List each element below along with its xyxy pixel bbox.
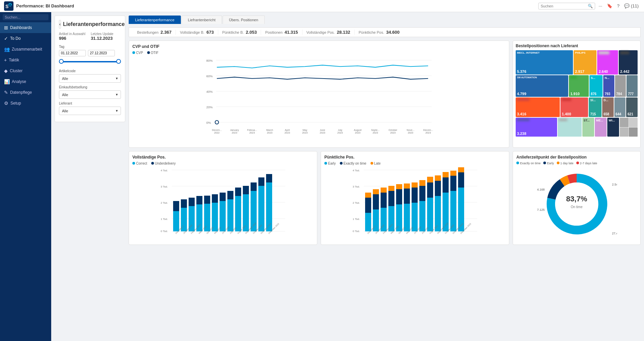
treemap-cell-1[interactable]: MECL. INTERNET 5.376	[516, 50, 573, 75]
svg-rect-122	[419, 186, 425, 201]
tag-label: Tag	[59, 45, 121, 49]
svg-text:80%: 80%	[206, 59, 213, 62]
sidebar-search-container	[0, 12, 51, 22]
sidebar-item-taktik[interactable]: + Taktik	[0, 55, 51, 65]
letztes-stat: Letztes Update 31.12.2023	[91, 32, 113, 41]
sidebar-item-cluster[interactable]: ◆ Cluster	[0, 65, 51, 76]
treemap-cell-20[interactable]: ME...	[595, 118, 607, 137]
bottom-charts-row: Vollständige Pos. Correct Underdelivery …	[129, 151, 641, 245]
sidebar-item-analyse[interactable]: 📊 Analyse	[0, 76, 51, 87]
treemap-cell-8[interactable]: N... 793	[603, 75, 614, 97]
date-slider[interactable]	[59, 58, 121, 65]
treemap: MECL. INTERNET 5.376 PHILIPS 2.917 XXXXX…	[516, 50, 638, 145]
slider-thumb-right[interactable]	[116, 59, 121, 64]
help-icon[interactable]: ?	[616, 3, 621, 9]
anlieferzeit-title: Anlieferzeitpunkt der Bestellposition	[516, 155, 637, 160]
line-chart-svg: 80% 60% 40% 20% 0%	[132, 57, 506, 134]
treemap-cell-16[interactable]: 621	[626, 97, 638, 117]
treemap-cell-6[interactable]: XXXX 1.910	[569, 75, 589, 97]
chart-icon: 📊	[4, 79, 10, 84]
main-charts: Lieferantenperformance Liefrantenbericht…	[129, 16, 641, 338]
svg-rect-132	[443, 172, 449, 177]
sidebar-search-input[interactable]	[3, 14, 49, 20]
treemap-row-4: XXXXXXXX 3.238 XXXXX ST...	[516, 118, 638, 137]
team-icon: 👥	[4, 47, 10, 52]
svg-rect-74	[258, 177, 264, 186]
sidebar-item-datenpflege[interactable]: ✎ Datenpflege	[0, 87, 51, 98]
artikelcode-value: Alle	[62, 77, 68, 81]
stat-value-bestellungen: 2.367	[161, 30, 172, 35]
treemap-row-2: SM AUTOMATION 4.799 XXXX 1.910 S... 876	[516, 75, 638, 97]
svg-text:20%: 20%	[206, 105, 213, 109]
page-title: Performance: BI Dashboard	[16, 3, 536, 8]
chevron-down-icon2: ▾	[116, 92, 118, 97]
top-search-input[interactable]	[541, 4, 588, 8]
diamond-icon: ◆	[4, 68, 8, 74]
stat-vollstandige-b: Vollständige B. 673	[176, 30, 218, 35]
stat-label-vollstandige-b: Vollständige B.	[180, 30, 204, 34]
lieferant-dropdown[interactable]: Alle ▾	[59, 107, 121, 115]
sidebar-item-dashboards[interactable]: ⊞ Dashboards	[0, 22, 51, 33]
pünktliche-chart: 4 Tsd. 3 Tsd. 2 Tsd. 1 Tsd. 0 Tsd.	[324, 167, 506, 235]
top-search[interactable]: 🔍	[538, 3, 595, 9]
slider-thumb-left[interactable]	[59, 59, 64, 64]
stat-value-vollstandige-b: 673	[206, 30, 214, 35]
treemap-cell-4[interactable]: XXXXX 2.442	[619, 50, 638, 75]
treemap-cell-3[interactable]: XXXXXX 2.640	[597, 50, 618, 75]
svg-text:2022: 2022	[214, 131, 220, 134]
einkauf-dropdown[interactable]: Alle ▾	[59, 90, 121, 99]
more-btn[interactable]: ···	[597, 3, 604, 9]
tab-lieferantenperformance[interactable]: Lieferantenperformance	[129, 16, 181, 24]
vollstandige-pos-panel: Vollständige Pos. Correct Underdelivery …	[129, 151, 317, 245]
treemap-cell-11[interactable]: XXXXXXXX 3.416	[516, 97, 560, 117]
sidebar-item-setup[interactable]: ⚙ Setup	[0, 98, 51, 109]
sidebar-item-zusammenarbeit[interactable]: 👥 Zusammenarbeit	[0, 44, 51, 55]
date-to-input[interactable]	[88, 50, 115, 56]
stat-label-positionen: Positionen	[265, 30, 282, 34]
treemap-cell-9[interactable]: 784	[615, 75, 626, 97]
stats-row: Bestellungen 2.367 Vollständige B. 673 P…	[129, 27, 641, 37]
artikelcode-dropdown[interactable]: Alle ▾	[59, 74, 121, 83]
treemap-cell-17[interactable]: XXXXXXXX 3.238	[516, 118, 557, 137]
back-button[interactable]: ‹	[59, 20, 61, 29]
svg-text:4.168: 4.168	[537, 188, 545, 191]
tab-positionen[interactable]: Übers. Positionen	[223, 16, 265, 24]
sidebar-label-cluster: Cluster	[10, 68, 23, 73]
dashboard-title: Lieferantenperformance	[63, 21, 125, 27]
content-body: ‹ Lieferantenperformance Artikel in Ausw…	[51, 12, 644, 341]
stat-value-vollstandige-pos: 28.132	[337, 30, 350, 35]
treemap-cell-10[interactable]: 777	[626, 75, 638, 97]
treemap-cell-19[interactable]: ST...	[582, 118, 594, 137]
svg-text:2023: 2023	[390, 131, 395, 134]
svg-rect-100	[365, 213, 371, 231]
chevron-down-icon3: ▾	[116, 109, 118, 113]
treemap-cell-13[interactable]: Sl... 715	[589, 97, 601, 117]
treemap-cell-12[interactable]: XXXXXX 1.400	[560, 97, 588, 117]
treemap-cell-7[interactable]: S... 876	[589, 75, 603, 97]
svg-rect-68	[235, 188, 241, 196]
stat-label-vollstandige-pos: Vollständige Pos.	[307, 30, 335, 34]
letztes-value: 31.12.2023	[91, 36, 113, 41]
donut-wrapper: 83,7% On time 4.168 7.125 2.547 27.475	[516, 167, 637, 241]
treemap-cell-21[interactable]: WI...	[607, 118, 619, 137]
artikel-label: Artikel in Auswahl	[59, 32, 85, 36]
svg-text:2023: 2023	[232, 131, 237, 134]
bookmark-icon[interactable]: 🔖	[606, 3, 614, 9]
svg-text:2 Tsd.: 2 Tsd.	[161, 201, 168, 204]
date-from-input[interactable]	[59, 50, 86, 56]
legend-exactly: Exactly on time	[340, 162, 366, 165]
treemap-cell-18[interactable]: XXXXX	[558, 118, 581, 137]
pünktliche-svg: 4 Tsd. 3 Tsd. 2 Tsd. 1 Tsd. 0 Tsd.	[324, 167, 506, 235]
svg-rect-76	[266, 174, 272, 182]
tab-liefrantenbericht[interactable]: Liefrantenbericht	[182, 16, 222, 24]
treemap-title: Bestellpositionen nach Lieferant	[516, 44, 638, 48]
treemap-cell-2[interactable]: PHILIPS 2.917	[574, 50, 597, 75]
sidebar-item-todo[interactable]: ✓ To Do	[0, 33, 51, 44]
chat-icon[interactable]: 💬 (11)	[623, 3, 640, 9]
svg-rect-124	[427, 198, 433, 231]
treemap-cell-14[interactable]: D... 658	[602, 97, 614, 117]
treemap-cell-5[interactable]: SM AUTOMATION 4.799	[516, 75, 568, 97]
svg-text:0 Tsd.: 0 Tsd.	[353, 230, 360, 233]
treemap-cell-15[interactable]: 644	[614, 97, 626, 117]
svg-text:2023: 2023	[320, 131, 325, 134]
